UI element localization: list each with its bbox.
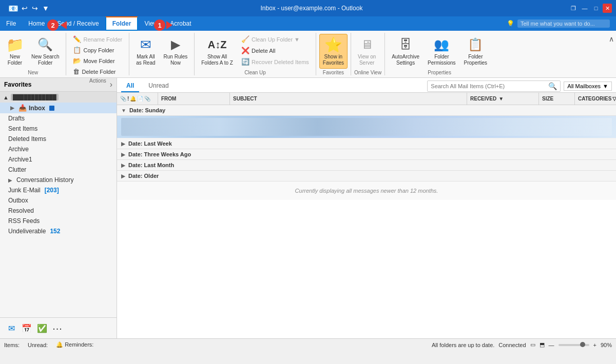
show-all-folders-button[interactable]: A↕Z Show AllFolders A to Z — [198, 34, 237, 69]
clean-up-label: Clean Up Folder ▼ — [252, 36, 300, 43]
copy-folder-button[interactable]: 📋 Copy Folder — [69, 45, 118, 55]
sidebar-item-archive[interactable]: Archive — [0, 144, 117, 154]
view-icon-normal[interactable]: ▭ — [530, 341, 535, 348]
sidebar-bottom-nav: ✉ 📅 ✅ ··· — [0, 317, 117, 338]
cleanup-col: 🧹 Clean Up Folder ▼ ❌ Delete All 🔄 Recov… — [238, 34, 313, 67]
minimize-button[interactable]: — — [580, 4, 589, 13]
menu-bar: File Home Send / Receive Folder View Acr… — [0, 16, 616, 31]
col-categories[interactable]: CATEGORIES ▽ — [575, 93, 616, 105]
sidebar-item-resolved[interactable]: Resolved — [0, 206, 117, 216]
ribbon: 2 1 📁 NewFolder 🔍 New SearchFolder New — [0, 31, 616, 78]
status-bar: Items: Unread: 🔔 Reminders: All folders … — [0, 338, 616, 351]
mark-all-read-button[interactable]: ✉ Mark Allas Read — [132, 34, 159, 69]
show-all-folders-icon: A↕Z — [209, 36, 225, 53]
date-group-three-weeks[interactable]: ▶ Date: Three Weeks Ago — [117, 149, 616, 160]
date-group-last-week[interactable]: ▶ Date: Last Week — [117, 138, 616, 149]
menu-folder[interactable]: Folder — [105, 16, 139, 31]
sidebar-item-deleted-items[interactable]: Deleted Items — [0, 134, 117, 144]
zoom-increase-button[interactable]: + — [593, 342, 596, 348]
date-group-last-month[interactable]: ▶ Date: Last Month — [117, 160, 616, 171]
ribbon-mark-run-buttons: ✉ Mark Allas Read ▶ Run RulesNow — [132, 34, 191, 73]
new-search-folder-icon: 🔍 — [37, 36, 53, 53]
title-bar: 📧 ↩ ↪ ▼ Inbox - user@example.com - Outlo… — [0, 0, 616, 16]
sidebar-item-rss-feeds[interactable]: RSS Feeds — [0, 216, 117, 226]
group-last-week-arrow-icon: ▶ — [121, 141, 125, 147]
outlook-icon: 📧 — [8, 4, 18, 13]
sidebar-item-drafts[interactable]: Drafts — [0, 113, 117, 124]
col-icons[interactable]: 📎 ! 🔔 📄 📎 — [117, 93, 158, 105]
group-sunday-label: Date: Sunday — [129, 107, 165, 113]
unread-label: Unread: — [28, 342, 48, 348]
new-folder-button[interactable]: 📁 NewFolder — [3, 34, 27, 69]
view-icon-reading[interactable]: ⬒ — [540, 341, 545, 348]
run-rules-icon: ▶ — [167, 36, 184, 53]
flag-icon: ! — [127, 96, 129, 102]
customize-qa-button[interactable]: ▼ — [41, 3, 50, 13]
menu-acrobat[interactable]: Acrobat — [164, 16, 197, 31]
run-rules-button[interactable]: ▶ Run RulesNow — [160, 34, 191, 69]
email-row-sunday-1[interactable] — [117, 116, 616, 138]
search-scope-dropdown[interactable]: All Mailboxes ▼ — [564, 82, 612, 91]
col-subject[interactable]: SUBJECT — [230, 93, 467, 105]
tell-me-input[interactable] — [517, 19, 610, 28]
move-folder-button[interactable]: 📂 Move Folder — [69, 55, 118, 66]
auto-archive-settings-button[interactable]: 🗄 AutoArchiveSettings — [388, 34, 423, 69]
delete-folder-button[interactable]: 🗑 Delete Folder — [69, 66, 119, 77]
ribbon-collapse-button[interactable]: ∧ — [609, 35, 614, 43]
sidebar-item-sent-items[interactable]: Sent Items — [0, 124, 117, 134]
menu-send-receive[interactable]: Send / Receive — [51, 16, 105, 31]
close-button[interactable]: ✕ — [603, 4, 612, 13]
new-search-folder-button[interactable]: 🔍 New SearchFolder — [28, 34, 63, 69]
folder-properties-button[interactable]: 📋 FolderProperties — [460, 34, 491, 69]
ribbon-group-cleanup: A↕Z Show AllFolders A to Z 🧹 Clean Up Fo… — [195, 33, 316, 75]
status-bar-right: All folders are up to date. Connected ▭ … — [432, 341, 612, 348]
search-icon[interactable]: 🔍 — [548, 82, 557, 90]
zoom-decrease-button[interactable]: — — [549, 342, 554, 348]
tab-unread[interactable]: Unread — [143, 80, 174, 92]
zoom-thumb — [580, 342, 585, 347]
lightbulb-icon: 💡 — [507, 20, 514, 27]
clean-up-folder-button[interactable]: 🧹 Clean Up Folder ▼ — [238, 34, 313, 45]
search-box: 🔍 — [427, 80, 561, 92]
redo-button[interactable]: ↪ — [31, 3, 39, 13]
restore-button[interactable]: ❐ — [569, 4, 578, 13]
recover-deleted-button: 🔄 Recover Deleted Items — [238, 56, 313, 67]
maximize-button[interactable]: □ — [591, 4, 601, 13]
menu-view[interactable]: View — [138, 16, 164, 31]
menu-home[interactable]: Home — [22, 16, 51, 31]
new-search-folder-label: New SearchFolder — [31, 54, 59, 66]
col-size[interactable]: SIZE — [539, 93, 575, 105]
sidebar-item-junk-email[interactable]: Junk E-Mail [203] — [0, 185, 117, 195]
new-folder-icon: 📁 — [7, 36, 23, 53]
undo-button[interactable]: ↩ — [21, 3, 29, 13]
menu-file[interactable]: File — [0, 16, 22, 31]
view-on-server-button[interactable]: 🖥 View onServer — [354, 34, 379, 69]
sidebar-item-archive1[interactable]: Archive1 — [0, 154, 117, 165]
col-from[interactable]: FROM — [158, 93, 230, 105]
folder-permissions-button[interactable]: 👥 FolderPermissions — [424, 34, 459, 69]
mail-nav-button[interactable]: ✉ — [4, 321, 18, 335]
more-nav-button[interactable]: ··· — [50, 321, 65, 335]
ribbon-group-favorites: ⭐ Show inFavorites Favorites — [316, 33, 351, 75]
search-input[interactable] — [431, 83, 546, 89]
calendar-nav-button[interactable]: 📅 — [20, 321, 34, 335]
sidebar-item-conversation-history[interactable]: ▶ Conversation History — [0, 175, 117, 185]
group-last-month-label: Date: Last Month — [128, 162, 174, 168]
sidebar-item-inbox[interactable]: ▶ 📥 Inbox — [0, 103, 117, 113]
categories-filter-icon: ▽ — [612, 96, 616, 102]
sidebar-item-clutter[interactable]: Clutter — [0, 165, 117, 175]
date-group-older[interactable]: ▶ Date: Older — [117, 171, 616, 181]
date-group-sunday[interactable]: ▼ Date: Sunday — [117, 105, 616, 116]
zoom-slider[interactable] — [559, 344, 589, 346]
delete-all-button[interactable]: ❌ Delete All — [238, 45, 313, 56]
account-header[interactable]: ▲ ████████████ — [0, 92, 117, 103]
email-list-header: 📎 ! 🔔 📄 📎 FROM SUBJECT RECEIVED ▼ SIZE C… — [117, 93, 616, 105]
group-three-weeks-arrow-icon: ▶ — [121, 152, 125, 157]
show-in-favorites-button[interactable]: ⭐ Show inFavorites — [319, 34, 348, 69]
sidebar-item-undeliverable[interactable]: Undeliverable 152 — [0, 226, 117, 236]
sidebar-item-outbox[interactable]: Outbox — [0, 195, 117, 206]
ribbon-cleanup-buttons: A↕Z Show AllFolders A to Z 🧹 Clean Up Fo… — [198, 34, 313, 69]
col-received[interactable]: RECEIVED ▼ — [467, 93, 539, 105]
tasks-nav-button[interactable]: ✅ — [35, 321, 49, 335]
move-folder-icon: 📂 — [73, 57, 81, 65]
